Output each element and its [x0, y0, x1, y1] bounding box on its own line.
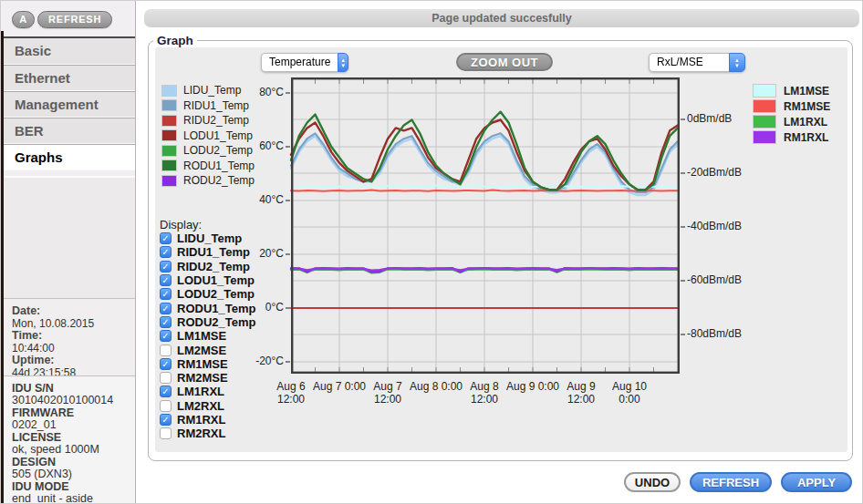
legend-row: LM1MSE: [753, 83, 830, 98]
sidebar-item-management[interactable]: Management: [4, 91, 135, 118]
temperature-legend: LIDU_TempRIDU1_TempRIDU2_TempLODU1_TempL…: [161, 83, 255, 189]
checkbox[interactable]: ✓: [160, 261, 172, 273]
checkbox[interactable]: ✓: [160, 288, 172, 300]
legend-swatch: [161, 175, 177, 187]
legend-swatch: [161, 99, 177, 111]
checkbox-label: LODU1_Temp: [177, 273, 255, 287]
legend-swatch: [753, 84, 776, 98]
display-checkbox-list: ✓LIDU_Temp✓RIDU1_Temp✓RIDU2_Temp✓LODU1_T…: [160, 231, 255, 440]
a-button[interactable]: A: [12, 11, 35, 28]
display-checkbox-row[interactable]: ✓RM1RXL: [160, 413, 255, 427]
legend-label: LM1RXL: [784, 116, 827, 129]
checkbox[interactable]: ✓: [160, 232, 172, 244]
legend-row: RODU2_Temp: [161, 173, 255, 189]
checkbox-label: RM1MSE: [177, 357, 228, 371]
select-arrows-icon[interactable]: ▲▼: [729, 53, 745, 72]
display-checkbox-row[interactable]: ✓RODU2_Temp: [160, 315, 255, 329]
date-value: Mon, 10.08.2015: [12, 318, 135, 331]
x-axis-tick-line: 0:00: [591, 393, 668, 406]
select-arrows-icon[interactable]: ▲▼: [338, 53, 348, 72]
legend-label: RIDU1_Temp: [183, 99, 249, 112]
left-axis-select-value[interactable]: Temperature: [261, 53, 338, 72]
sidebar-item-graphs[interactable]: Graphs: [4, 144, 135, 170]
checkbox-label: LM1RXL: [177, 385, 224, 398]
apply-button[interactable]: APPLY: [781, 472, 852, 492]
refresh-button[interactable]: REFRESH: [690, 472, 772, 492]
display-checkbox-row[interactable]: ✓LM1MSE: [160, 329, 255, 343]
legend-row: RODU1_Temp: [161, 159, 255, 174]
checkbox-label: RIDU2_Temp: [177, 260, 250, 273]
checkbox[interactable]: ✓: [160, 303, 172, 314]
rxl-mse-legend: LM1MSERM1MSELM1RXLRM1RXL: [753, 83, 830, 145]
legend-label: RM1MSE: [784, 100, 830, 113]
display-checkbox-row[interactable]: ✓LM1RXL: [160, 385, 255, 398]
display-checkbox-row[interactable]: RM2MSE: [160, 371, 255, 385]
checkbox[interactable]: [160, 400, 172, 412]
datetime-info: Date: Mon, 10.08.2015 Time: 10:44:00 Upt…: [4, 298, 135, 375]
legend-swatch: [161, 85, 177, 97]
display-label: Display:: [160, 218, 202, 231]
left-axis-tick-label: 0°C: [234, 301, 284, 314]
legend-swatch: [753, 99, 776, 113]
sidebar-spacer: [4, 176, 135, 298]
checkbox-label: LM2MSE: [177, 344, 226, 357]
right-axis-select[interactable]: RxL/MSE ▲▼: [649, 53, 745, 72]
legend-swatch: [161, 115, 177, 127]
uptime-label: Uptime:: [12, 354, 55, 366]
legend-label: LIDU_Temp: [183, 84, 241, 97]
legend-row: RM1MSE: [753, 98, 830, 114]
display-checkbox-row[interactable]: ✓LODU2_Temp: [160, 287, 255, 301]
checkbox[interactable]: [160, 427, 172, 439]
display-checkbox-row[interactable]: ✓LODU1_Temp: [160, 273, 255, 287]
device-info-value: 3010402010100014: [12, 395, 135, 406]
undo-button[interactable]: UNDO: [624, 472, 681, 492]
checkbox-label: RM1RXL: [177, 413, 225, 427]
display-checkbox-row[interactable]: ✓LIDU_Temp: [160, 231, 255, 245]
checkbox-label: LODU2_Temp: [177, 287, 255, 301]
checkbox[interactable]: ✓: [160, 414, 172, 426]
legend-swatch: [161, 145, 177, 157]
top-refresh-button[interactable]: REFRESH: [37, 11, 112, 28]
display-checkbox-row[interactable]: ✓RIDU2_Temp: [160, 260, 255, 273]
checkbox[interactable]: [160, 345, 172, 356]
legend-label: LM1MSE: [784, 85, 829, 98]
left-axis-tick-label: 60°C: [234, 139, 284, 152]
checkbox[interactable]: ✓: [160, 358, 172, 370]
checkbox[interactable]: ✓: [160, 386, 172, 397]
time-value: 10:44:00: [12, 343, 135, 355]
sidebar-item-basic[interactable]: Basic: [4, 38, 135, 65]
checkbox[interactable]: ✓: [160, 246, 172, 258]
legend-label: RODU2_Temp: [183, 174, 255, 187]
left-axis-tick-label: 40°C: [234, 193, 284, 206]
checkbox-label: LIDU_Temp: [177, 231, 242, 245]
legend-label: RODU1_Temp: [183, 159, 255, 172]
device-info: IDU S/N3010402010100014FIRMWARE0202_01LI…: [4, 375, 135, 504]
sidebar-menu: BasicEthernetManagementBERGraphs: [4, 36, 135, 170]
chart[interactable]: 80°C60°C40°C20°C0°C-20°C0dBm/dB-20dBm/dB…: [291, 77, 680, 374]
right-axis-tick-label: -40dBm/dB: [687, 220, 742, 232]
legend-row: RIDU2_Temp: [161, 113, 255, 129]
legend-row: RIDU1_Temp: [161, 98, 255, 114]
display-checkbox-row[interactable]: LM2RXL: [160, 399, 255, 413]
checkbox[interactable]: ✓: [160, 330, 172, 342]
right-axis-tick-label: -60dBm/dB: [687, 273, 742, 286]
left-axis-select[interactable]: Temperature ▲▼: [261, 53, 348, 72]
left-axis-tick-label: -20°C: [234, 355, 284, 367]
display-checkbox-row[interactable]: RM2RXL: [160, 427, 255, 440]
sidebar-item-ber[interactable]: BER: [4, 118, 135, 144]
checkbox[interactable]: [160, 372, 172, 384]
legend-row: RM1RXL: [753, 129, 830, 145]
x-axis-tick-line: Aug 10: [591, 380, 668, 393]
device-info-value: 505 (DXN3): [12, 468, 135, 480]
checkbox[interactable]: ✓: [160, 316, 172, 328]
legend-swatch: [161, 129, 177, 141]
checkbox[interactable]: ✓: [160, 274, 172, 286]
sidebar-item-ethernet[interactable]: Ethernet: [4, 65, 135, 91]
zoom-out-button[interactable]: ZOOM OUT: [456, 53, 553, 71]
date-label: Date:: [12, 304, 40, 317]
device-info-value: 0202_01: [12, 419, 135, 431]
checkbox-label: RM2MSE: [177, 371, 228, 385]
device-info-value: end_unit - aside: [12, 493, 135, 504]
checkbox-label: RODU2_Temp: [177, 315, 255, 329]
right-axis-select-value[interactable]: RxL/MSE: [649, 53, 729, 72]
